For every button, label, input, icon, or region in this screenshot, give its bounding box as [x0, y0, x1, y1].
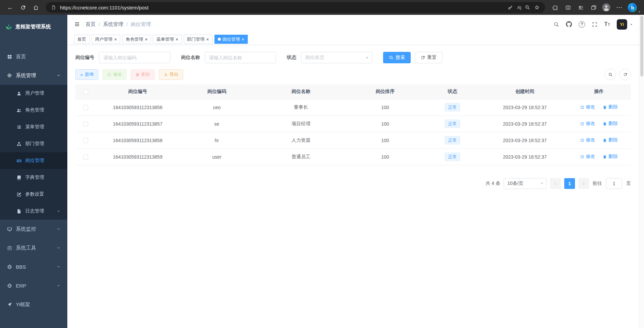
delete-button[interactable]: 删除 [131, 69, 155, 80]
sidebar-item-erp[interactable]: ERP [0, 276, 67, 295]
collections-icon[interactable] [587, 2, 600, 13]
next-page-button[interactable]: › [578, 178, 589, 189]
sidebar-item-dept-management[interactable]: 部门管理 [0, 135, 67, 152]
sidebar-item-home[interactable]: 首页 [0, 47, 67, 66]
goto-page-input[interactable] [606, 178, 622, 189]
collapse-sidebar-button[interactable] [74, 21, 80, 27]
site-info-icon[interactable] [51, 5, 56, 10]
favorites-icon[interactable] [575, 2, 587, 13]
tab-user-management[interactable]: 用户管理 × [92, 35, 120, 44]
sidebar-item-post-management[interactable]: 岗位管理 [0, 152, 67, 169]
prev-page-button[interactable]: ‹ [550, 178, 561, 189]
tab-close-icon[interactable]: × [242, 37, 244, 42]
trash-icon [603, 105, 607, 109]
edit-button[interactable]: 修改 [102, 69, 127, 80]
tab-home[interactable]: 首页 [74, 35, 90, 44]
row-edit-button[interactable]: 修改 [580, 154, 595, 160]
read-aloud-icon[interactable]: A) [517, 5, 521, 10]
row-delete-button[interactable]: 删除 [603, 137, 618, 143]
help-icon[interactable]: ? [579, 21, 585, 28]
browser-home-button[interactable] [30, 2, 42, 13]
tab-close-icon[interactable]: × [114, 37, 117, 42]
extensions-icon[interactable] [549, 2, 561, 13]
page-number-1[interactable]: 1 [564, 178, 575, 189]
sidebar-item-role-management[interactable]: 角色管理 [0, 102, 67, 119]
row-delete-button[interactable]: 删除 [603, 121, 618, 127]
edit-icon [580, 105, 584, 109]
row-checkbox[interactable] [83, 105, 88, 110]
row-edit-button[interactable]: 修改 [580, 121, 595, 127]
table-toolbar: + 新增 修改 删除 导出 [75, 69, 631, 80]
row-edit-button[interactable]: 修改 [580, 104, 595, 110]
scrollbar-thumb[interactable] [640, 16, 643, 76]
export-button[interactable]: 导出 [159, 69, 183, 80]
cell-post-name: 项目经理 [254, 116, 348, 132]
add-button[interactable]: + 新增 [75, 69, 98, 80]
refresh-icon [623, 72, 628, 77]
table-header-row: 岗位编号 岗位编码 岗位名称 岗位排序 状态 创建时间 操作 [75, 84, 631, 99]
sidebar-item-system-tools[interactable]: 系统工具 [0, 238, 67, 257]
browser-back-button[interactable]: ← [4, 2, 16, 13]
row-checkbox[interactable] [83, 138, 88, 143]
tab-close-icon[interactable]: × [175, 37, 178, 42]
sidebar-item-log-management[interactable]: 日志管理 [0, 203, 67, 220]
system-management-submenu: 用户管理 角色管理 菜单管理 [0, 85, 67, 220]
reset-button[interactable]: 重置 [415, 52, 442, 63]
sidebar-item-bbs[interactable]: BBS [0, 257, 67, 276]
post-name-input[interactable] [205, 52, 276, 63]
profile-avatar[interactable] [600, 2, 612, 13]
row-delete-button[interactable]: 删除 [603, 104, 618, 110]
sidebar-item-system-management[interactable]: 系统管理 [0, 66, 67, 85]
table-row: 1641030593112313856 ceo 董事长 100 正常 2023-… [75, 99, 631, 116]
sidebar-item-system-monitor[interactable]: 系统监控 [0, 220, 67, 238]
user-icon [16, 91, 22, 96]
sidebar-item-menu-management[interactable]: 菜单管理 [0, 119, 67, 135]
zoom-out-icon[interactable] [525, 5, 530, 10]
sidebar-item-param-settings[interactable]: 参数设置 [0, 186, 67, 203]
column-header-post-id: 岗位编号 [96, 84, 180, 99]
status-select[interactable]: 岗位状态 ▾ [301, 52, 372, 63]
font-size-icon[interactable]: TT [604, 21, 610, 27]
select-all-checkbox[interactable] [83, 89, 88, 94]
browser-refresh-button[interactable] [17, 2, 29, 13]
sidebar-item-yi-framework[interactable]: Yi框架 [0, 295, 67, 314]
id-badge-icon [16, 158, 22, 163]
tab-close-icon[interactable]: × [206, 37, 209, 42]
tab-dept-management[interactable]: 部门管理 × [184, 35, 212, 44]
row-checkbox[interactable] [83, 155, 88, 160]
tab-label: 部门管理 [187, 36, 205, 42]
browser-address-bar[interactable]: https://ccnetcore.com:1101/system/post A… [46, 2, 545, 13]
chevron-down-icon[interactable]: ▾ [638, 10, 640, 13]
refresh-table-button[interactable] [619, 69, 631, 80]
app-logo[interactable]: 意框架管理系统 [0, 15, 67, 38]
breadcrumb-home[interactable]: 首页 [86, 21, 96, 28]
tab-post-management[interactable]: 岗位管理 × [214, 35, 248, 44]
password-key-icon[interactable] [508, 5, 513, 10]
tab-role-management[interactable]: 角色管理 × [122, 35, 151, 44]
breadcrumb-system-management[interactable]: 系统管理 [103, 21, 123, 28]
split-screen-icon[interactable] [562, 2, 574, 13]
sidebar-item-dict-management[interactable]: 字典管理 [0, 169, 67, 186]
sidebar-item-user-management[interactable]: 用户管理 [0, 85, 67, 102]
tab-close-icon[interactable]: × [145, 37, 147, 42]
github-icon[interactable] [566, 21, 572, 27]
search-button[interactable]: 搜索 [383, 52, 411, 63]
avatar-caret-icon[interactable]: ▾ [631, 23, 632, 26]
row-checkbox[interactable] [83, 122, 88, 127]
page-size-select[interactable]: 10条/页 ▾ [504, 178, 547, 189]
goto-unit: 页 [626, 181, 631, 187]
page-scrollbar[interactable] [639, 15, 644, 328]
user-avatar[interactable]: Yi [617, 19, 627, 30]
tab-menu-management[interactable]: 菜单管理 × [153, 35, 181, 44]
add-favorite-star-icon[interactable] [534, 5, 540, 10]
bing-chat-button[interactable]: b [628, 3, 637, 12]
header-search-icon[interactable] [553, 22, 559, 27]
row-edit-button[interactable]: 修改 [580, 137, 595, 143]
column-header-created-at: 创建时间 [483, 84, 567, 99]
browser-menu-icon[interactable]: ⋯ [613, 2, 625, 13]
fullscreen-icon[interactable] [592, 22, 598, 27]
cell-post-sort: 100 [348, 132, 422, 149]
toggle-search-button[interactable] [605, 69, 616, 80]
row-delete-button[interactable]: 删除 [603, 154, 618, 160]
post-id-input[interactable] [99, 52, 170, 63]
